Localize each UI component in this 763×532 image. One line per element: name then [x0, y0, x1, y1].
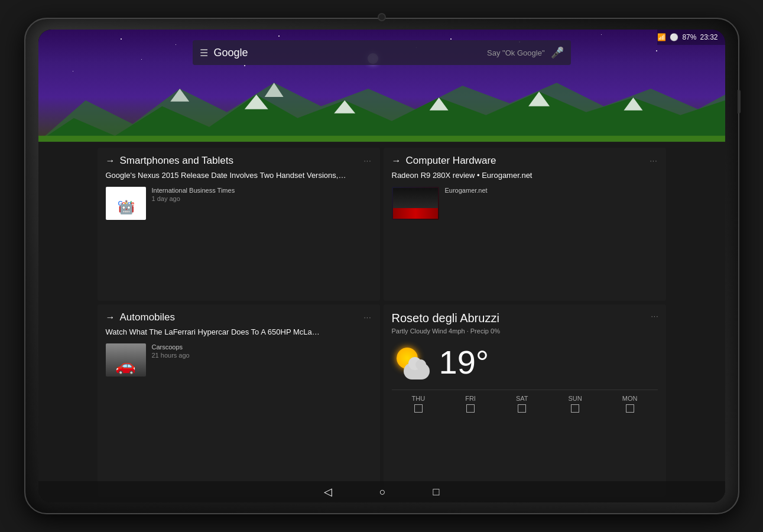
card-smartphones[interactable]: → Smartphones and Tablets ··· Google's N…	[98, 148, 380, 301]
news-source-row-hardware: Eurogamer.net	[392, 187, 658, 220]
weather-wind: Wind 4mph · Precip 0%	[432, 327, 500, 335]
weather-icon	[392, 343, 430, 381]
wifi-icon: 📶	[657, 33, 666, 41]
news-headline-automobiles: Watch What The LaFerrari Hypercar Does T…	[106, 327, 372, 338]
news-meta-automobiles: Carscoops 21 hours ago	[152, 343, 190, 359]
news-headline-smartphones: Google's Nexus 2015 Release Date Involve…	[106, 170, 372, 181]
news-source-hardware: Eurogamer.net	[445, 187, 488, 194]
weather-day-thu: THU	[412, 395, 426, 415]
more-options-automobiles-icon[interactable]: ···	[363, 313, 371, 322]
day-square-fri	[466, 404, 475, 413]
weather-day-mon: MON	[622, 395, 638, 415]
battery-percent: 87%	[682, 33, 696, 41]
card-title-row: → Smartphones and Tablets	[106, 155, 233, 167]
card-content-hardware: Radeon R9 280X review • Eurogamer.net Eu…	[384, 170, 666, 220]
mic-icon[interactable]: 🎤	[551, 46, 564, 59]
day-square-sun	[571, 404, 579, 413]
news-source-smartphones: International Business Times	[152, 187, 235, 194]
day-square-thu	[414, 404, 423, 413]
news-source-automobiles: Carscoops	[152, 343, 190, 351]
nav-bar: ◁ ○ □	[38, 481, 725, 502]
day-square-sat	[518, 404, 526, 413]
more-options-hardware-icon[interactable]: ···	[650, 157, 657, 165]
card-title-row-hardware: → Computer Hardware	[392, 155, 496, 167]
status-bar: 📶 ⚪ 87% 23:32	[657, 30, 725, 45]
weather-day-sun: SUN	[569, 395, 582, 415]
weather-card[interactable]: ··· Roseto degli Abruzzi Partly Cloudy W…	[384, 304, 666, 497]
camera	[378, 13, 386, 21]
card-automobiles[interactable]: → Automobiles ··· Watch What The LaFerra…	[98, 304, 380, 497]
card-arrow-icon: →	[106, 155, 115, 166]
card-header-hardware: → Computer Hardware ···	[384, 148, 666, 170]
more-options-icon[interactable]: ···	[363, 157, 371, 165]
news-headline-hardware: Radeon R9 280X review • Eurogamer.net	[392, 170, 658, 181]
hamburger-icon[interactable]: ☰	[200, 47, 208, 59]
content-area: → Smartphones and Tablets ··· Google's N…	[38, 142, 725, 502]
news-thumb-smartphones: Google 🤖	[106, 187, 146, 220]
gpu-visual	[393, 188, 438, 219]
weather-main: 19°	[392, 343, 658, 381]
power-button[interactable]	[738, 90, 741, 113]
clock: 23:32	[700, 33, 717, 41]
svg-rect-9	[38, 136, 725, 142]
mountains	[38, 77, 725, 142]
card-header-automobiles: → Automobiles ···	[98, 304, 380, 327]
back-button[interactable]: ◁	[324, 485, 332, 498]
google-brand: Google	[214, 47, 482, 59]
search-bar[interactable]: ☰ Google Say "Ok Google" 🎤	[193, 40, 571, 65]
card-hardware[interactable]: → Computer Hardware ··· Radeon R9 280X r…	[384, 148, 666, 301]
home-button[interactable]: ○	[379, 486, 386, 498]
card-arrow-automobiles-icon: →	[106, 312, 115, 323]
cloud-icon	[404, 363, 430, 379]
card-title-row-automobiles: → Automobiles	[106, 312, 176, 323]
news-meta-hardware: Eurogamer.net	[445, 187, 488, 194]
search-hint: Say "Ok Google"	[487, 48, 544, 57]
more-options-weather-icon[interactable]: ···	[651, 312, 658, 320]
news-thumb-automobiles	[106, 343, 146, 377]
tablet-screen: 📶 ⚪ 87% 23:32	[38, 30, 725, 502]
weather-day-fri: FRI	[465, 395, 476, 415]
news-time-smartphones: 1 day ago	[152, 195, 235, 202]
tablet-frame: 📶 ⚪ 87% 23:32	[24, 18, 739, 514]
card-header-smartphones: → Smartphones and Tablets ···	[98, 148, 380, 170]
card-title-automobiles: Automobiles	[120, 312, 176, 323]
weather-temperature: 19°	[439, 343, 489, 381]
gpu-stripe	[393, 208, 438, 219]
recents-button[interactable]: □	[433, 486, 440, 498]
card-content-smartphones: Google's Nexus 2015 Release Date Involve…	[98, 170, 380, 220]
news-time-automobiles: 21 hours ago	[152, 352, 190, 359]
weather-condition: Partly Cloudy	[392, 327, 430, 335]
weather-city: Roseto degli Abruzzi	[392, 312, 658, 325]
card-content-automobiles: Watch What The LaFerrari Hypercar Does T…	[98, 327, 380, 377]
card-title-hardware: Computer Hardware	[406, 155, 496, 167]
day-square-mon	[626, 404, 634, 413]
battery-icon: ⚪	[670, 33, 678, 41]
card-arrow-hardware-icon: →	[392, 155, 401, 166]
weather-card-more[interactable]: ···	[651, 310, 658, 321]
weather-day-sat: SAT	[516, 395, 528, 415]
weather-subtitle: Partly Cloudy Wind 4mph · Precip 0%	[392, 327, 658, 335]
news-source-row-automobiles: Carscoops 21 hours ago	[106, 343, 372, 377]
news-thumb-hardware	[392, 187, 439, 220]
news-meta-smartphones: International Business Times 1 day ago	[152, 187, 235, 202]
news-source-row-smartphones: Google 🤖 International Business Times 1 …	[106, 187, 372, 220]
card-title-smartphones: Smartphones and Tablets	[120, 155, 233, 167]
wallpaper: ☰ Google Say "Ok Google" 🎤	[38, 30, 725, 142]
weather-days: THU FRI SAT SUN	[392, 390, 658, 415]
